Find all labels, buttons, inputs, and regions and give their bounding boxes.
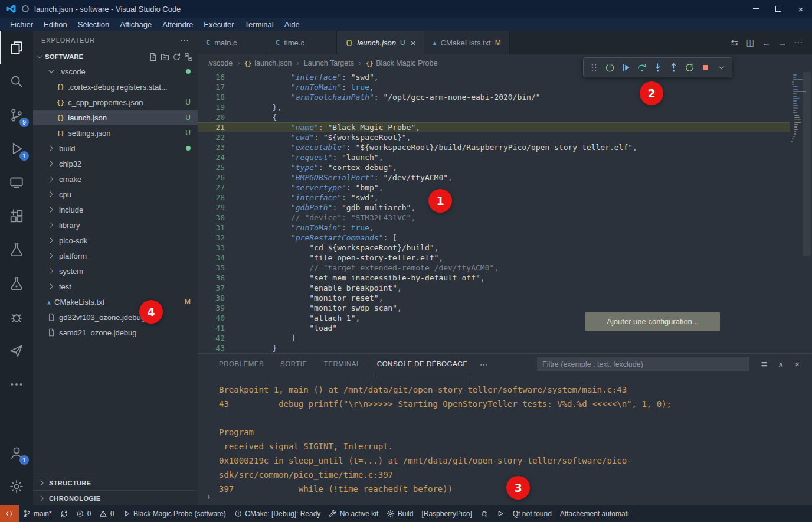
sidebar-more-icon[interactable]: ⋯ [180, 35, 189, 45]
panel-tab-terminal[interactable]: TERMINAL [324, 354, 361, 374]
status-auto-attach[interactable]: Attachement automati [556, 505, 633, 522]
menu-aide[interactable]: Aide [279, 20, 305, 29]
status-branch[interactable]: main* [19, 505, 56, 522]
status-debug[interactable] [476, 505, 493, 522]
activity-live-share[interactable] [0, 334, 33, 367]
split-editor-icon[interactable]: ◫ [742, 35, 758, 51]
menu-atteindre[interactable]: Atteindre [157, 20, 198, 29]
step-over-button[interactable] [634, 60, 650, 76]
power-button[interactable] [602, 60, 618, 76]
tree-item-build[interactable]: build [33, 141, 198, 156]
tab-main-c[interactable]: Cmain.c [198, 31, 267, 54]
menu-s-lection[interactable]: Sélection [73, 20, 114, 29]
collapse-folders-icon[interactable] [184, 53, 193, 61]
activity-accounts[interactable]: 1 [0, 436, 33, 469]
panel-tab-sortie[interactable]: SORTIE [280, 354, 307, 374]
tree-item-launch-json[interactable]: {}launch.jsonU [33, 110, 198, 125]
breadcrumb-item-launch-json[interactable]: {}launch.json [244, 59, 292, 67]
maximize-panel-icon[interactable]: ∧ [773, 357, 788, 372]
editor-scrollbar[interactable] [803, 72, 811, 256]
tree-item-system[interactable]: system [33, 263, 198, 279]
panel-more-icon[interactable]: ⋯ [480, 360, 488, 369]
workspace-section-header[interactable]: SOFTWARE [33, 50, 198, 64]
step-out-button[interactable] [666, 60, 682, 76]
add-configuration-button[interactable]: Ajouter une configuration... [585, 312, 720, 331]
status-sync[interactable] [56, 505, 73, 522]
navigate-back-icon[interactable]: ← [758, 35, 774, 51]
status-warnings[interactable]: 0 [95, 505, 118, 522]
new-folder-icon[interactable] [161, 53, 169, 61]
section-structure[interactable]: STRUCTURE [33, 475, 198, 490]
continue-button[interactable] [618, 60, 634, 76]
activity-explorer[interactable] [0, 31, 33, 64]
status-cmake-status[interactable]: CMake: [Debug]: Ready [230, 505, 325, 522]
restart-button[interactable] [682, 60, 698, 76]
status-errors[interactable]: 0 [72, 505, 95, 522]
tree-item-cortex-debug-registers-stat[interactable]: {}.cortex-debug.registers.stat... [33, 79, 198, 94]
more-actions-icon[interactable]: ⋯ [790, 35, 806, 51]
tree-item-cpu[interactable]: cpu [33, 187, 198, 202]
menu-terminal[interactable]: Terminal [240, 20, 279, 29]
menu-fichier[interactable]: Fichier [5, 20, 38, 29]
panel-tab-console-de-d-bogage[interactable]: CONSOLE DE DÉBOGAGE [377, 354, 468, 374]
tree-item-chip32[interactable]: chip32 [33, 156, 198, 171]
activity-test-explorer[interactable] [0, 266, 33, 300]
tree-item-cmake[interactable]: cmake [33, 171, 198, 187]
breadcrumb-item-vscode[interactable]: .vscode [207, 59, 233, 67]
activity-extensions[interactable] [0, 199, 33, 233]
tab-cmakelists-txt[interactable]: ▲CMakeLists.txtM [424, 31, 509, 54]
breadcrumb-item-launch-targets[interactable]: Launch Targets [304, 59, 354, 67]
tree-item-gd32vf103-ozone-jdebug[interactable]: gd32vf103_ozone.jdebug [33, 309, 198, 325]
stop-menu-button[interactable] [713, 60, 729, 76]
status-debug-target[interactable]: Black Magic Probe (software) [119, 505, 230, 522]
menu-edition[interactable]: Edition [38, 20, 73, 29]
new-file-icon[interactable] [149, 53, 158, 61]
tree-item-samd21-ozone-jdebug[interactable]: samd21_ozone.jdebug [33, 325, 198, 340]
status-build[interactable]: Build [382, 505, 417, 522]
activity-testing[interactable] [0, 233, 33, 266]
open-changes-icon[interactable]: ⇆ [726, 35, 742, 51]
activity-remote-explorer[interactable] [0, 165, 33, 199]
activity-cmake-tools[interactable] [0, 300, 33, 334]
status-remote[interactable] [0, 505, 19, 522]
close-button[interactable]: × [790, 0, 812, 18]
activity-additional-views[interactable] [0, 367, 33, 401]
tree-item-platform[interactable]: platform [33, 248, 198, 263]
minimize-button[interactable] [745, 0, 767, 18]
tree-item-cmakelists-txt[interactable]: ▲CMakeLists.txtM [33, 294, 198, 309]
tab-launch-json[interactable]: {}launch.jsonU× [337, 31, 424, 54]
menu-ex-cuter[interactable]: Exécuter [198, 20, 239, 29]
code-editor[interactable]: 16 "interface": "swd",17 "runToMain": tr… [198, 72, 790, 353]
output-lines-icon[interactable]: ≣ [757, 357, 772, 372]
navigate-forward-icon[interactable]: → [774, 35, 790, 51]
close-panel-icon[interactable]: × [790, 357, 805, 372]
activity-search[interactable] [0, 64, 33, 98]
section-chronologie[interactable]: CHRONOLOGIE [33, 490, 198, 505]
activity-manage[interactable] [0, 469, 33, 503]
tree-item-c-cpp-properties-json[interactable]: {}c_cpp_properties.jsonU [33, 94, 198, 110]
drag-handle-button[interactable] [586, 60, 602, 76]
panel-tab-probl-mes[interactable]: PROBLÈMES [219, 354, 264, 374]
menu-affichage[interactable]: Affichage [114, 20, 157, 29]
tree-item-library[interactable]: library [33, 217, 198, 233]
tree-item-vscode[interactable]: .vscode [33, 64, 198, 79]
breadcrumb-item-black-magic-probe[interactable]: {}Black Magic Probe [366, 59, 437, 67]
tree-item-pico-sdk[interactable]: pico-sdk [33, 233, 198, 248]
status-qt[interactable]: Qt not found [509, 505, 556, 522]
status-run[interactable] [492, 505, 509, 522]
tree-item-include[interactable]: include [33, 202, 198, 217]
tab-time-c[interactable]: Ctime.c [267, 31, 337, 54]
stop-button[interactable] [698, 60, 713, 76]
activity-source-control[interactable]: 9 [0, 98, 33, 132]
console-filter-input[interactable] [537, 357, 749, 371]
status-kit[interactable]: No active kit [325, 505, 382, 522]
console-prompt-icon[interactable]: › [207, 491, 210, 502]
maximize-button[interactable] [767, 0, 790, 18]
refresh-explorer-icon[interactable] [172, 53, 181, 61]
tree-item-settings-json[interactable]: {}settings.jsonU [33, 125, 198, 141]
close-icon[interactable]: × [411, 38, 416, 48]
tree-item-test[interactable]: test [33, 279, 198, 294]
activity-run-and-debug[interactable]: 1 [0, 132, 33, 165]
status-variant[interactable]: [RaspberryPico] [417, 505, 476, 522]
step-into-button[interactable] [650, 60, 666, 76]
